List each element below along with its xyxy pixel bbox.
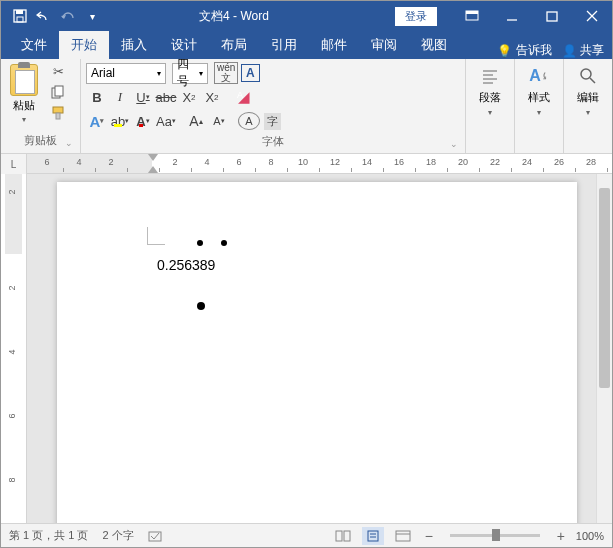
close-icon[interactable]	[572, 1, 612, 31]
zoom-slider[interactable]	[450, 534, 540, 537]
share-button[interactable]: 👤共享	[562, 42, 604, 59]
grow-font-button[interactable]: A▴	[185, 110, 207, 132]
tab-mail[interactable]: 邮件	[309, 31, 359, 59]
horizontal-ruler[interactable]: 642246810121416182022242628	[27, 154, 612, 173]
font-size-select[interactable]: 四号▾	[172, 63, 208, 84]
bold-button[interactable]: B	[86, 86, 108, 108]
styles-button[interactable]: A⤹ 样式▾	[520, 62, 558, 120]
spellcheck-icon[interactable]	[148, 529, 164, 543]
shrink-font-button[interactable]: A▾	[208, 110, 230, 132]
web-layout-icon[interactable]	[392, 527, 414, 545]
margin-corner-mark	[147, 227, 165, 245]
qat-customize-icon[interactable]: ▾	[81, 5, 103, 27]
tellme-button[interactable]: 💡告诉我	[497, 42, 552, 59]
window-title: 文档4 - Word	[103, 8, 395, 25]
minimize-icon[interactable]	[492, 1, 532, 31]
paste-button[interactable]: 粘贴 ▾	[6, 62, 42, 126]
tab-view[interactable]: 视图	[409, 31, 459, 59]
subscript-button[interactable]: X2	[178, 86, 200, 108]
svg-rect-10	[55, 86, 63, 96]
svg-rect-22	[368, 531, 378, 541]
vertical-scrollbar[interactable]	[596, 174, 612, 523]
clipboard-group-label: 剪贴板	[6, 131, 75, 150]
page[interactable]: 0.256389	[57, 182, 577, 523]
editing-button[interactable]: 编辑▾	[569, 62, 607, 120]
superscript-button[interactable]: X2	[201, 86, 223, 108]
phonetic-guide-button[interactable]: wén文	[214, 62, 238, 84]
cut-icon[interactable]: ✂	[47, 62, 69, 80]
svg-rect-11	[53, 107, 63, 113]
zoom-level[interactable]: 100%	[576, 530, 604, 542]
paste-icon	[10, 64, 38, 96]
svg-rect-25	[396, 531, 410, 541]
hanging-indent-marker[interactable]	[148, 166, 158, 173]
share-icon: 👤	[562, 44, 577, 58]
document-text[interactable]: 0.256389	[157, 257, 215, 273]
undo-icon[interactable]	[33, 5, 55, 27]
bullet-dot	[197, 302, 205, 310]
underline-button[interactable]: U ▾	[132, 86, 154, 108]
svg-point-17	[581, 69, 591, 79]
word-count[interactable]: 2 个字	[102, 528, 133, 543]
maximize-icon[interactable]	[532, 1, 572, 31]
tab-home[interactable]: 开始	[59, 31, 109, 59]
svg-rect-2	[17, 17, 23, 22]
ruler-corner[interactable]: L	[1, 154, 27, 174]
tab-design[interactable]: 设计	[159, 31, 209, 59]
paragraph-button[interactable]: 段落▾	[471, 62, 509, 120]
font-group-label: 字体	[86, 132, 460, 151]
zoom-out-button[interactable]: −	[422, 528, 436, 544]
italic-button[interactable]: I	[109, 86, 131, 108]
scroll-thumb[interactable]	[599, 188, 610, 388]
strike-button[interactable]: abc	[155, 86, 177, 108]
tab-layout[interactable]: 布局	[209, 31, 259, 59]
char-border-button[interactable]: A	[239, 62, 261, 84]
find-icon	[578, 65, 598, 87]
font-name-select[interactable]: Arial▾	[86, 63, 166, 84]
svg-rect-1	[16, 10, 23, 14]
bullet-dots	[197, 240, 227, 246]
redo-icon[interactable]	[57, 5, 79, 27]
svg-rect-20	[336, 531, 342, 541]
document-area[interactable]: 0.256389	[27, 174, 612, 523]
read-mode-icon[interactable]	[332, 527, 354, 545]
highlight-button[interactable]: ab▾	[109, 110, 131, 132]
font-color-button[interactable]: A▾	[132, 110, 154, 132]
svg-line-18	[590, 78, 595, 83]
ribbon-options-icon[interactable]	[452, 1, 492, 31]
svg-rect-21	[344, 531, 350, 541]
svg-rect-4	[466, 11, 478, 14]
tab-references[interactable]: 引用	[259, 31, 309, 59]
styles-icon: A⤹	[529, 65, 549, 87]
format-painter-icon[interactable]	[47, 104, 69, 122]
tab-insert[interactable]: 插入	[109, 31, 159, 59]
login-button[interactable]: 登录	[395, 7, 437, 26]
change-case-button[interactable]: 字	[261, 110, 283, 132]
zoom-thumb[interactable]	[492, 529, 500, 541]
page-indicator[interactable]: 第 1 页，共 1 页	[9, 528, 88, 543]
print-layout-icon[interactable]	[362, 527, 384, 545]
zoom-in-button[interactable]: +	[554, 528, 568, 544]
first-line-indent-marker[interactable]	[148, 154, 158, 161]
char-shading-button[interactable]: Aa▾	[155, 110, 177, 132]
lightbulb-icon: 💡	[497, 44, 512, 58]
save-icon[interactable]	[9, 5, 31, 27]
enclose-char-button[interactable]: A	[238, 112, 260, 130]
paragraph-icon	[480, 65, 500, 87]
clear-format-button[interactable]: ◢A	[233, 86, 255, 108]
svg-rect-6	[547, 12, 557, 21]
vertical-ruler[interactable]: 22468	[1, 174, 27, 523]
copy-icon[interactable]	[47, 83, 69, 101]
tab-review[interactable]: 审阅	[359, 31, 409, 59]
tab-file[interactable]: 文件	[9, 31, 59, 59]
text-effects-button[interactable]: A▾	[86, 110, 108, 132]
svg-rect-12	[56, 113, 60, 119]
